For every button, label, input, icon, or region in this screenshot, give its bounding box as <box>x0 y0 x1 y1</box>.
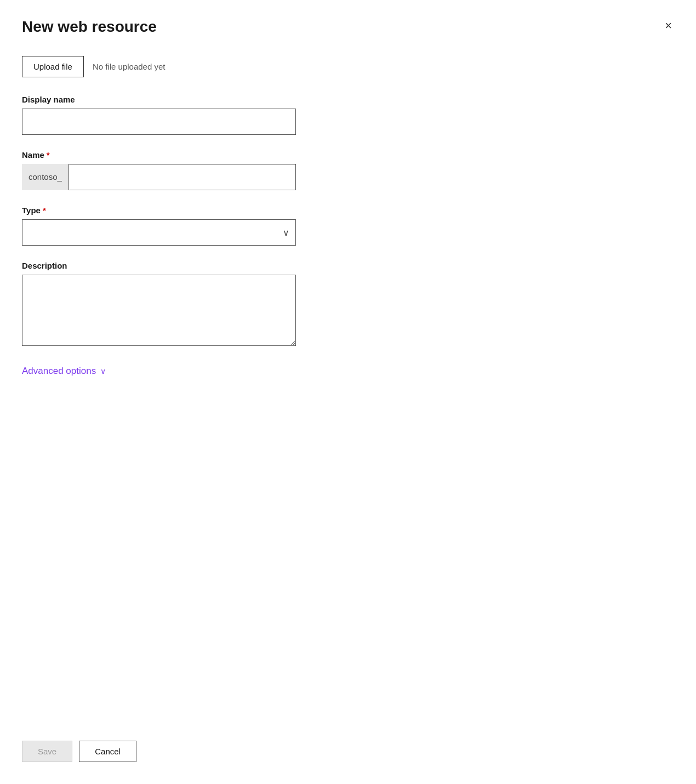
display-name-input[interactable] <box>22 109 296 135</box>
type-required-star: * <box>43 206 46 215</box>
dialog-header: New web resource × <box>22 18 674 36</box>
description-label: Description <box>22 261 674 270</box>
type-select[interactable]: Webpage (HTML) Style Sheet (CSS) Script … <box>22 219 296 246</box>
upload-file-button[interactable]: Upload file <box>22 56 84 77</box>
name-input[interactable] <box>22 164 296 190</box>
name-label: Name* <box>22 150 674 160</box>
dialog-footer: Save Cancel <box>22 719 674 762</box>
type-select-wrapper: Webpage (HTML) Style Sheet (CSS) Script … <box>22 219 296 246</box>
upload-section: Upload file No file uploaded yet <box>22 56 674 77</box>
cancel-button[interactable]: Cancel <box>79 741 136 762</box>
advanced-options-chevron-icon: ∨ <box>100 367 106 376</box>
advanced-options-toggle[interactable]: Advanced options ∨ <box>22 363 674 379</box>
name-input-wrapper: contoso_ <box>22 164 296 190</box>
new-web-resource-dialog: New web resource × Upload file No file u… <box>0 0 696 784</box>
name-required-star: * <box>47 150 50 160</box>
name-group: Name* contoso_ <box>22 150 674 190</box>
save-button[interactable]: Save <box>22 741 72 762</box>
type-group: Type* Webpage (HTML) Style Sheet (CSS) S… <box>22 206 674 246</box>
display-name-group: Display name <box>22 95 674 135</box>
type-label: Type* <box>22 206 674 215</box>
advanced-options-label: Advanced options <box>22 366 96 377</box>
display-name-label: Display name <box>22 95 674 104</box>
dialog-title: New web resource <box>22 18 157 36</box>
upload-status: No file uploaded yet <box>93 62 166 71</box>
close-button[interactable]: × <box>663 18 674 34</box>
description-textarea[interactable] <box>22 275 296 346</box>
description-group: Description <box>22 261 674 348</box>
